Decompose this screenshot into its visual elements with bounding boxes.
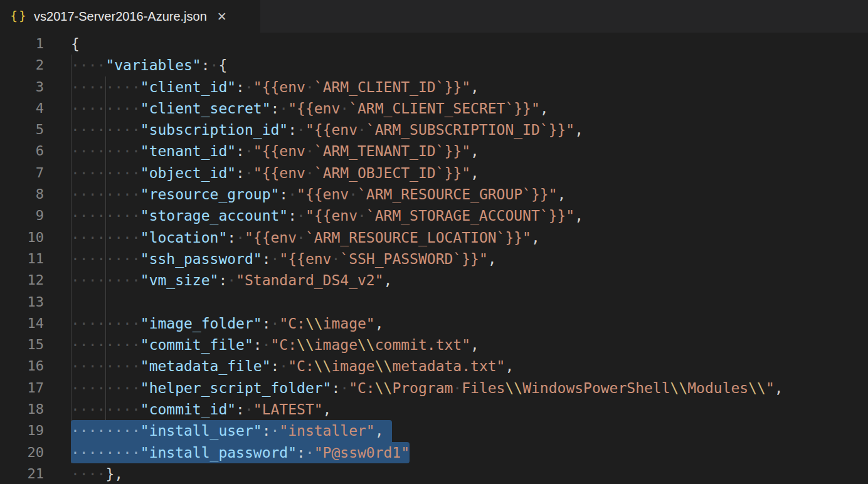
- line-number[interactable]: 15: [0, 334, 71, 355]
- json-string-value: `ARM_CLIENT_SECRET`}}": [349, 100, 540, 117]
- json-key: "install_user": [140, 423, 262, 439]
- line-number[interactable]: 11: [0, 248, 71, 270]
- line-number[interactable]: 18: [0, 399, 71, 420]
- code-line-10[interactable]: 10········"location":·"{{env·`ARM_RESOUR…: [0, 227, 868, 248]
- punctuation: },: [105, 466, 123, 482]
- code-line-11[interactable]: 11········"ssh_password":·"{{env·`SSH_PA…: [0, 248, 868, 270]
- line-number[interactable]: 9: [0, 205, 71, 226]
- code-line-6[interactable]: 6········"tenant_id":·"{{env·`ARM_TENANT…: [0, 140, 868, 162]
- json-key: "helper_script_folder": [140, 380, 332, 396]
- line-number[interactable]: 13: [0, 292, 71, 313]
- code-line-content: ····},: [71, 463, 868, 484]
- code-line-3[interactable]: 3········"client_id":·"{{env·`ARM_CLIENT…: [0, 76, 868, 98]
- code-line-16[interactable]: 16········"metadata_file":·"C:\\image\\m…: [0, 355, 868, 377]
- code-line-content: ········"metadata_file":·"C:\\image\\met…: [71, 355, 868, 377]
- json-string-value: "{{env: [245, 229, 297, 246]
- escape-sequence: \\: [297, 337, 314, 353]
- tab-close-icon[interactable]: ✕: [217, 9, 227, 24]
- escape-sequence: \\: [375, 380, 393, 396]
- code-line-content: ········"vm_size":·"Standard_DS4_v2",: [71, 270, 868, 291]
- code-line-17[interactable]: 17········"helper_script_folder":·"C:\\P…: [0, 377, 868, 399]
- code-line-8[interactable]: 8········"resource_group":·"{{env·`ARM_R…: [0, 184, 868, 205]
- punctuation: :: [236, 143, 245, 159]
- code-line-14[interactable]: 14········"image_folder":·"C:\\image",: [0, 313, 868, 334]
- punctuation: ,: [470, 143, 479, 159]
- line-number[interactable]: 10: [0, 227, 71, 248]
- code-editor[interactable]: 1{2····"variables":·{3········"client_id…: [0, 33, 868, 484]
- code-line-13[interactable]: 13: [0, 292, 868, 313]
- code-line-15[interactable]: 15········"commit_file":·"C:\\image\\com…: [0, 334, 868, 355]
- code-line-content: ········"helper_script_folder":·"C:\\Pro…: [71, 377, 868, 399]
- code-line-7[interactable]: 7········"object_id":·"{{env·`ARM_OBJECT…: [0, 162, 868, 184]
- line-number[interactable]: 7: [0, 162, 71, 184]
- tab-vs2017-server2016-azure-json[interactable]: {} vs2017-Server2016-Azure.json ✕: [0, 0, 260, 33]
- line-number[interactable]: 3: [0, 76, 71, 98]
- json-key: "client_id": [140, 79, 236, 95]
- whitespace-dots: ········: [71, 143, 140, 159]
- whitespace-dots: ········: [71, 251, 140, 267]
- whitespace-dots: ········: [71, 423, 140, 439]
- line-number[interactable]: 5: [0, 119, 71, 140]
- code-line-4[interactable]: 4········"client_secret":·"{{env·`ARM_CL…: [0, 98, 868, 119]
- json-key: "tenant_id": [140, 143, 236, 159]
- line-number[interactable]: 21: [0, 463, 71, 484]
- code-line-19[interactable]: 19········"install_user":·"installer",: [0, 420, 868, 441]
- whitespace-dots: ····: [71, 57, 105, 73]
- line-number[interactable]: 4: [0, 98, 71, 119]
- json-key: "storage_account": [140, 208, 288, 224]
- punctuation: {: [71, 36, 80, 52]
- line-number[interactable]: 17: [0, 377, 71, 399]
- punctuation: :: [262, 423, 271, 439]
- line-number[interactable]: 6: [0, 140, 71, 162]
- code-text: {: [71, 36, 80, 52]
- punctuation: :: [236, 401, 245, 418]
- whitespace-dots: ·: [271, 315, 280, 332]
- code-line-9[interactable]: 9········"storage_account":·"{{env·`ARM_…: [0, 205, 868, 226]
- json-string-value: `ARM_RESOURCE_LOCATION`}}": [305, 229, 531, 246]
- whitespace-dots: ·: [271, 251, 280, 267]
- json-string-value: "LATEST": [253, 401, 323, 418]
- whitespace-dots: ········: [71, 186, 140, 203]
- indent-guide: [105, 292, 106, 313]
- code-line-12[interactable]: 12········"vm_size":·"Standard_DS4_v2",: [0, 270, 868, 291]
- punctuation: :: [279, 186, 288, 203]
- code-area: 1{2····"variables":·{3········"client_id…: [0, 33, 868, 484]
- code-line-content: ····"variables":·{: [71, 55, 868, 76]
- whitespace-dots: ·: [245, 401, 253, 418]
- code-line-content: ········"client_secret":·"{{env·`ARM_CLI…: [71, 98, 868, 119]
- escape-sequence: \\: [670, 380, 688, 396]
- punctuation: ,: [470, 165, 479, 181]
- line-number[interactable]: 8: [0, 184, 71, 205]
- code-line-1[interactable]: 1{: [0, 33, 868, 55]
- json-key: "install_password": [140, 445, 297, 461]
- json-key: "variables": [105, 57, 201, 73]
- line-number[interactable]: 14: [0, 313, 71, 334]
- code-line-content: ········"client_id":·"{{env·`ARM_CLIENT_…: [71, 76, 868, 98]
- code-line-5[interactable]: 5········"subscription_id":·"{{env·`ARM_…: [0, 119, 868, 140]
- json-string-value: metadata.txt": [392, 358, 505, 374]
- line-number[interactable]: 20: [0, 442, 71, 463]
- line-number[interactable]: 19: [0, 420, 71, 441]
- code-line-20[interactable]: 20········"install_password":·"P@ssw0rd1…: [0, 442, 868, 463]
- line-number[interactable]: 12: [0, 270, 71, 291]
- code-line-21[interactable]: 21····},: [0, 463, 868, 484]
- code-line-content: ········"install_password":·"P@ssw0rd1": [71, 442, 868, 463]
- json-string-value: "{{env: [279, 251, 331, 267]
- punctuation: :: [262, 251, 271, 267]
- json-key: "metadata_file": [140, 358, 271, 374]
- line-number[interactable]: 2: [0, 55, 71, 76]
- json-string-value: "{{env: [305, 208, 357, 224]
- code-line-2[interactable]: 2····"variables":·{: [0, 55, 868, 76]
- json-key: "vm_size": [140, 272, 219, 288]
- whitespace-dots: ·: [305, 165, 314, 181]
- line-number[interactable]: 1: [0, 33, 71, 55]
- punctuation: ,: [540, 100, 549, 117]
- code-text: ········"install_user":·"installer",: [71, 423, 384, 439]
- indent-guide: [71, 292, 71, 313]
- code-line-18[interactable]: 18········"commit_id":·"LATEST",: [0, 399, 868, 420]
- code-text: ········"object_id":·"{{env·`ARM_OBJECT_…: [71, 165, 479, 181]
- whitespace-dots: ·: [297, 122, 305, 138]
- line-number[interactable]: 16: [0, 355, 71, 377]
- editor-tab-bar: {} vs2017-Server2016-Azure.json ✕: [0, 0, 868, 33]
- escape-sequence: \\: [748, 380, 766, 396]
